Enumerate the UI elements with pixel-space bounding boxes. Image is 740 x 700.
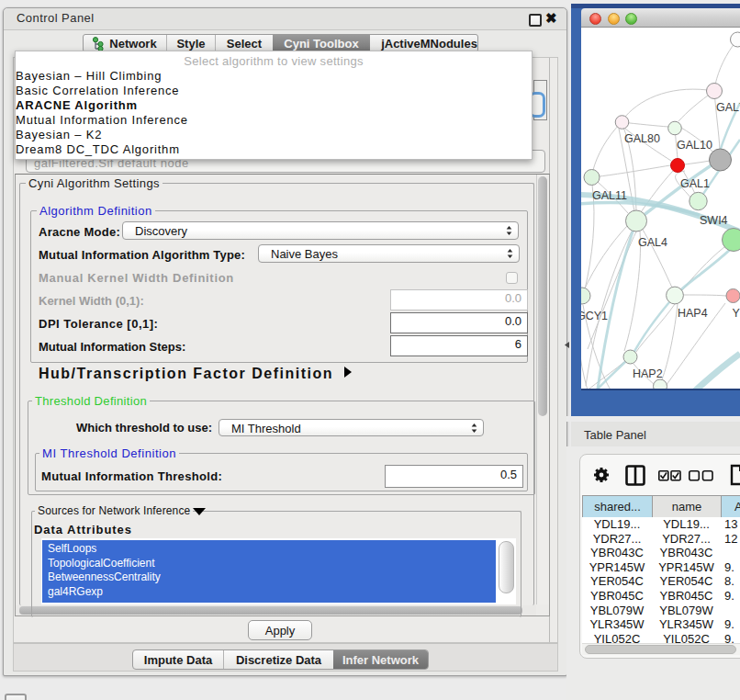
svg-text:GAL1: GAL1 bbox=[680, 177, 710, 190]
svg-text:GCY1: GCY1 bbox=[581, 310, 608, 322]
svg-text:HAP2: HAP2 bbox=[633, 367, 663, 380]
svg-text:GAL10: GAL10 bbox=[677, 139, 712, 152]
svg-text:GAL80: GAL80 bbox=[624, 132, 660, 145]
svg-text:HAP4: HAP4 bbox=[678, 307, 708, 320]
svg-text:Y: Y bbox=[733, 307, 740, 320]
svg-text:SWI4: SWI4 bbox=[700, 214, 728, 227]
svg-text:GAL11: GAL11 bbox=[592, 189, 627, 202]
svg-text:GAL7: GAL7 bbox=[716, 101, 740, 114]
svg-text:GAL4: GAL4 bbox=[638, 236, 667, 249]
